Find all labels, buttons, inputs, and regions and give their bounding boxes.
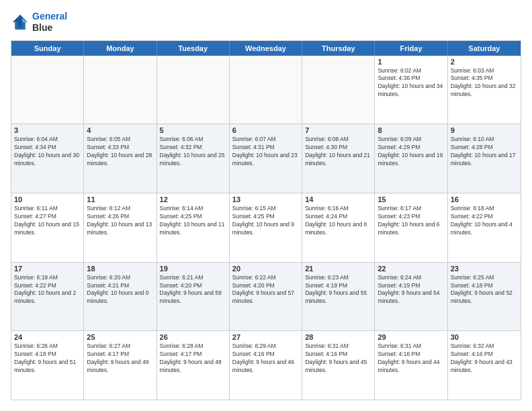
- calendar-cell: 18Sunrise: 6:20 AM Sunset: 4:21 PM Dayli…: [84, 263, 157, 331]
- calendar-cell: 25Sunrise: 6:27 AM Sunset: 4:17 PM Dayli…: [84, 331, 157, 400]
- calendar-cell: 12Sunrise: 6:14 AM Sunset: 4:25 PM Dayli…: [157, 193, 230, 262]
- day-info: Sunrise: 6:21 AM Sunset: 4:20 PM Dayligh…: [160, 274, 226, 306]
- day-number: 24: [14, 333, 81, 341]
- day-info: Sunrise: 6:26 AM Sunset: 4:18 PM Dayligh…: [14, 342, 81, 375]
- day-number: 17: [14, 265, 81, 273]
- day-info: Sunrise: 6:23 AM Sunset: 4:19 PM Dayligh…: [305, 274, 371, 306]
- weekday-friday: Friday: [375, 41, 447, 56]
- calendar-cell: 1Sunrise: 6:02 AM Sunset: 4:36 PM Daylig…: [375, 56, 447, 124]
- calendar-cell: [302, 56, 375, 124]
- calendar-cell: 14Sunrise: 6:16 AM Sunset: 4:24 PM Dayli…: [302, 193, 375, 262]
- day-number: 13: [232, 195, 299, 203]
- day-info: Sunrise: 6:24 AM Sunset: 4:19 PM Dayligh…: [378, 274, 444, 306]
- calendar-cell: 7Sunrise: 6:08 AM Sunset: 4:30 PM Daylig…: [302, 124, 375, 193]
- day-info: Sunrise: 6:22 AM Sunset: 4:20 PM Dayligh…: [232, 274, 299, 306]
- calendar-cell: 26Sunrise: 6:28 AM Sunset: 4:17 PM Dayli…: [157, 331, 230, 400]
- day-info: Sunrise: 6:12 AM Sunset: 4:26 PM Dayligh…: [87, 205, 153, 237]
- day-number: 1: [378, 58, 444, 66]
- day-info: Sunrise: 6:29 AM Sunset: 4:16 PM Dayligh…: [232, 342, 299, 375]
- day-number: 10: [14, 195, 81, 203]
- day-info: Sunrise: 6:15 AM Sunset: 4:25 PM Dayligh…: [232, 205, 299, 237]
- day-info: Sunrise: 6:31 AM Sunset: 4:16 PM Dayligh…: [378, 342, 444, 375]
- calendar-cell: 19Sunrise: 6:21 AM Sunset: 4:20 PM Dayli…: [157, 263, 230, 331]
- day-number: 18: [87, 265, 153, 273]
- day-info: Sunrise: 6:10 AM Sunset: 4:28 PM Dayligh…: [451, 136, 518, 168]
- calendar-cell: 15Sunrise: 6:17 AM Sunset: 4:23 PM Dayli…: [375, 193, 447, 262]
- day-info: Sunrise: 6:11 AM Sunset: 4:27 PM Dayligh…: [14, 205, 81, 237]
- logo-line2: Blue: [32, 22, 67, 34]
- day-info: Sunrise: 6:03 AM Sunset: 4:35 PM Dayligh…: [451, 67, 518, 99]
- day-number: 9: [451, 126, 518, 134]
- calendar-cell: 23Sunrise: 6:25 AM Sunset: 4:18 PM Dayli…: [448, 263, 521, 331]
- day-info: Sunrise: 6:05 AM Sunset: 4:33 PM Dayligh…: [87, 136, 153, 168]
- calendar-cell: 22Sunrise: 6:24 AM Sunset: 4:19 PM Dayli…: [375, 263, 447, 331]
- day-number: 14: [305, 195, 371, 203]
- weekday-thursday: Thursday: [302, 41, 375, 56]
- calendar-cell: 30Sunrise: 6:32 AM Sunset: 4:16 PM Dayli…: [448, 331, 521, 400]
- day-number: 23: [451, 265, 518, 273]
- day-info: Sunrise: 6:08 AM Sunset: 4:30 PM Dayligh…: [305, 136, 371, 168]
- calendar-row: 24Sunrise: 6:26 AM Sunset: 4:18 PM Dayli…: [11, 330, 521, 400]
- calendar-cell: 28Sunrise: 6:31 AM Sunset: 4:16 PM Dayli…: [302, 331, 375, 400]
- calendar: Sunday Monday Tuesday Wednesday Thursday…: [11, 40, 521, 400]
- day-info: Sunrise: 6:28 AM Sunset: 4:17 PM Dayligh…: [160, 342, 226, 375]
- calendar-body: 1Sunrise: 6:02 AM Sunset: 4:36 PM Daylig…: [11, 56, 521, 400]
- weekday-monday: Monday: [84, 41, 157, 56]
- day-number: 6: [232, 126, 299, 134]
- day-number: 4: [87, 126, 153, 134]
- calendar-cell: 8Sunrise: 6:09 AM Sunset: 4:29 PM Daylig…: [375, 124, 447, 193]
- calendar-cell: 11Sunrise: 6:12 AM Sunset: 4:26 PM Dayli…: [84, 193, 157, 262]
- day-info: Sunrise: 6:06 AM Sunset: 4:32 PM Dayligh…: [160, 136, 226, 168]
- day-number: 27: [232, 333, 299, 341]
- logo-text: General Blue: [32, 11, 67, 34]
- calendar-cell: 10Sunrise: 6:11 AM Sunset: 4:27 PM Dayli…: [11, 193, 84, 262]
- calendar-cell: 29Sunrise: 6:31 AM Sunset: 4:16 PM Dayli…: [375, 331, 447, 400]
- day-info: Sunrise: 6:25 AM Sunset: 4:18 PM Dayligh…: [451, 274, 518, 306]
- calendar-cell: 3Sunrise: 6:04 AM Sunset: 4:34 PM Daylig…: [11, 124, 84, 193]
- day-info: Sunrise: 6:17 AM Sunset: 4:23 PM Dayligh…: [378, 205, 444, 237]
- day-info: Sunrise: 6:09 AM Sunset: 4:29 PM Dayligh…: [378, 136, 444, 168]
- weekday-wednesday: Wednesday: [230, 41, 302, 56]
- calendar-cell: [84, 56, 157, 124]
- day-number: 20: [232, 265, 299, 273]
- header: General Blue: [11, 11, 521, 34]
- day-info: Sunrise: 6:07 AM Sunset: 4:31 PM Dayligh…: [232, 136, 299, 168]
- calendar-cell: 5Sunrise: 6:06 AM Sunset: 4:32 PM Daylig…: [157, 124, 230, 193]
- calendar-header: Sunday Monday Tuesday Wednesday Thursday…: [11, 41, 521, 56]
- day-number: 19: [160, 265, 226, 273]
- day-info: Sunrise: 6:14 AM Sunset: 4:25 PM Dayligh…: [160, 205, 226, 237]
- day-number: 2: [451, 58, 518, 66]
- day-number: 7: [305, 126, 371, 134]
- day-info: Sunrise: 6:27 AM Sunset: 4:17 PM Dayligh…: [87, 342, 153, 375]
- calendar-cell: 24Sunrise: 6:26 AM Sunset: 4:18 PM Dayli…: [11, 331, 84, 400]
- calendar-cell: 17Sunrise: 6:19 AM Sunset: 4:22 PM Dayli…: [11, 263, 84, 331]
- calendar-row: 10Sunrise: 6:11 AM Sunset: 4:27 PM Dayli…: [11, 193, 521, 262]
- day-number: 12: [160, 195, 226, 203]
- day-number: 28: [305, 333, 371, 341]
- day-info: Sunrise: 6:16 AM Sunset: 4:24 PM Dayligh…: [305, 205, 371, 237]
- logo-icon: [11, 13, 30, 32]
- logo: General Blue: [11, 11, 67, 34]
- calendar-cell: 13Sunrise: 6:15 AM Sunset: 4:25 PM Dayli…: [230, 193, 302, 262]
- day-number: 30: [451, 333, 518, 341]
- calendar-cell: 27Sunrise: 6:29 AM Sunset: 4:16 PM Dayli…: [230, 331, 302, 400]
- calendar-row: 3Sunrise: 6:04 AM Sunset: 4:34 PM Daylig…: [11, 124, 521, 193]
- day-info: Sunrise: 6:32 AM Sunset: 4:16 PM Dayligh…: [451, 342, 518, 375]
- weekday-sunday: Sunday: [11, 41, 84, 56]
- weekday-saturday: Saturday: [448, 41, 521, 56]
- day-number: 29: [378, 333, 444, 341]
- day-info: Sunrise: 6:31 AM Sunset: 4:16 PM Dayligh…: [305, 342, 371, 375]
- calendar-cell: 20Sunrise: 6:22 AM Sunset: 4:20 PM Dayli…: [230, 263, 302, 331]
- day-number: 21: [305, 265, 371, 273]
- calendar-cell: [11, 56, 84, 124]
- day-info: Sunrise: 6:18 AM Sunset: 4:22 PM Dayligh…: [451, 205, 518, 237]
- calendar-cell: 2Sunrise: 6:03 AM Sunset: 4:35 PM Daylig…: [448, 56, 521, 124]
- calendar-cell: 6Sunrise: 6:07 AM Sunset: 4:31 PM Daylig…: [230, 124, 302, 193]
- day-number: 26: [160, 333, 226, 341]
- day-number: 8: [378, 126, 444, 134]
- day-number: 16: [451, 195, 518, 203]
- calendar-cell: 4Sunrise: 6:05 AM Sunset: 4:33 PM Daylig…: [84, 124, 157, 193]
- day-number: 25: [87, 333, 153, 341]
- logo-line1: General: [32, 11, 67, 22]
- day-number: 15: [378, 195, 444, 203]
